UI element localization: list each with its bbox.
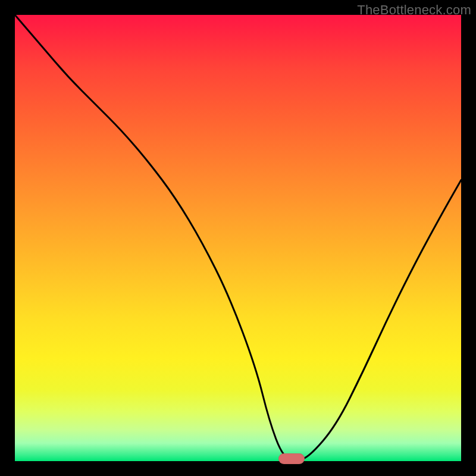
watermark-text: TheBottleneck.com xyxy=(357,2,471,18)
chart-frame xyxy=(15,15,461,461)
plot-area xyxy=(15,15,461,461)
optimal-marker xyxy=(278,453,305,464)
bottleneck-curve xyxy=(15,15,461,461)
